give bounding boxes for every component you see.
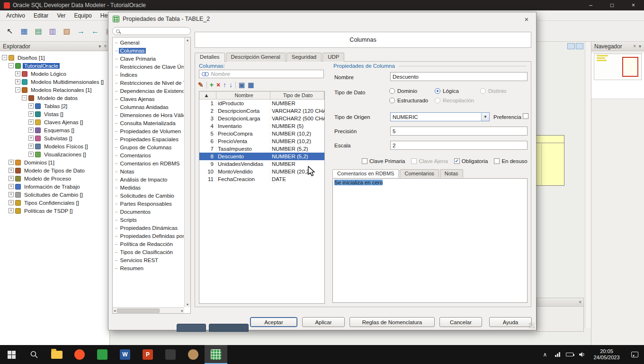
expand-toggle-icon[interactable]: +: [9, 168, 14, 173]
tab-udp[interactable]: UDP: [322, 53, 344, 62]
column-filter-input[interactable]: Nombre: [199, 70, 324, 78]
expand-toggle-icon[interactable]: +: [9, 208, 14, 213]
table-row[interactable]: 2DescripcionCortaVARCHAR2 (120 CHAR): [199, 107, 324, 115]
expand-toggle-icon[interactable]: +: [9, 200, 14, 205]
table-row[interactable]: 6PrecioVentaNUMBER (10,2): [199, 137, 324, 145]
category-item-comentarios-en-rdbms[interactable]: –Comentarios en RDBMS: [114, 159, 184, 167]
expand-toggle-icon[interactable]: +: [15, 79, 20, 84]
table-shape[interactable]: [532, 135, 564, 186]
thumbnail-viewport-rect[interactable]: [622, 57, 638, 77]
menu-equipo[interactable]: Equipo: [70, 11, 96, 20]
source-type-select[interactable]: NUMERIC ▼: [390, 112, 490, 121]
tree-item-modelo-de-datos[interactable]: −Modelo de datos: [0, 94, 109, 102]
background-dock-tab[interactable]: [177, 324, 206, 332]
battery-icon[interactable]: [564, 353, 576, 356]
engineer-forward-icon[interactable]: →: [75, 25, 87, 37]
filter-edit-icon[interactable]: ✎: [198, 82, 204, 88]
taskbar-word[interactable]: W: [114, 345, 136, 364]
expand-toggle-icon[interactable]: −: [15, 87, 20, 92]
category-item-comentarios[interactable]: –Comentarios: [114, 151, 184, 159]
table-row[interactable]: 1idProductoNUMBER: [199, 100, 324, 107]
category-item-servicios-rest[interactable]: –Servicios REST: [114, 256, 184, 264]
table-row[interactable]: 8DescuentoNUMBER (5,2): [199, 153, 324, 160]
category-item-analisis-de-impacto[interactable]: –Análisis de Impacto: [114, 175, 184, 183]
menu-archivo[interactable]: Archivo: [2, 11, 29, 20]
expand-toggle-icon[interactable]: +: [9, 192, 14, 197]
tree-item-modelo-logico[interactable]: +Modelo Lógico: [0, 70, 109, 78]
move-up-icon[interactable]: ↑: [223, 82, 226, 88]
category-item-partes-responsables[interactable]: –Partes Responsables: [114, 200, 184, 208]
taskbar-clock[interactable]: 20:05 24/05/2023: [588, 348, 625, 361]
taskbar-round-app[interactable]: [182, 345, 205, 364]
resize-grip[interactable]: [529, 323, 535, 328]
table-row[interactable]: 5PrecioCompraNUMBER (10,2): [199, 130, 324, 137]
taskbar-file-explorer[interactable]: [45, 345, 68, 364]
taskbar-data-modeler[interactable]: [205, 345, 227, 364]
view-icon[interactable]: ▤: [32, 25, 45, 37]
category-item-dependencias-de-existencia[interactable]: –Dependencias de Existencia: [114, 87, 184, 95]
tree-item-claves-ajenas[interactable]: +Claves Ajenas []: [0, 118, 109, 126]
paste-columns-icon[interactable]: ▦: [248, 82, 254, 88]
radio-estructurado[interactable]: Estructurado: [389, 96, 435, 105]
network-icon[interactable]: [551, 352, 564, 357]
diagram-window-buttons[interactable]: [567, 43, 583, 49]
start-button[interactable]: [0, 345, 23, 364]
split-view-icon[interactable]: ▥: [46, 25, 59, 37]
category-item-propiedades-espaciales[interactable]: –Propiedades Espaciales: [114, 135, 184, 143]
radio-logica[interactable]: Lógica: [435, 86, 480, 96]
menu-ver[interactable]: Ver: [53, 11, 70, 20]
expand-toggle-icon[interactable]: +: [28, 119, 34, 125]
tab-descripcion-general[interactable]: Descripción General: [226, 53, 286, 62]
expand-toggle-icon[interactable]: +: [28, 136, 34, 141]
taskbar-green-app[interactable]: [91, 345, 114, 364]
category-item-medidas[interactable]: –Medidas: [114, 183, 184, 191]
minimize-button[interactable]: –: [580, 0, 601, 10]
tree-item-politicas-de-tsdp[interactable]: +Políticas de TSDP []: [0, 207, 109, 215]
chevron-down-icon[interactable]: ▼: [481, 113, 489, 121]
tab-comentarios[interactable]: Comentarios: [400, 169, 438, 178]
menu-editar[interactable]: Editar: [29, 11, 53, 20]
table-icon[interactable]: ▦: [18, 25, 30, 37]
category-item-indices[interactable]: –Índices: [114, 71, 184, 79]
dialog-close-button[interactable]: ×: [521, 15, 532, 23]
aceptar-button[interactable]: Aceptar: [250, 317, 297, 327]
expand-toggle-icon[interactable]: +: [9, 160, 14, 165]
tree-item-modelo-de-tipos-de-dato[interactable]: +Modelo de Tipos de Dato: [0, 166, 109, 174]
expand-toggle-icon[interactable]: +: [28, 103, 34, 109]
table-row[interactable]: 10MontoVendidoNUMBER (20,2): [199, 168, 324, 175]
tree-item-solicitudes-de-cambio[interactable]: +Solicitudes de Cambio []: [0, 191, 109, 199]
taskbar-browser[interactable]: [68, 345, 91, 364]
expand-toggle-icon[interactable]: +: [28, 127, 34, 133]
maximize-button[interactable]: □: [601, 0, 623, 10]
taskbar-powerpoint[interactable]: P: [136, 345, 159, 364]
expand-toggle-icon[interactable]: +: [9, 176, 14, 181]
name-field[interactable]: [390, 72, 528, 81]
table-row[interactable]: 3DescripcionLargaVARCHAR2 (500 CHAR): [199, 115, 324, 122]
table-row[interactable]: 9UnidadesVendidasNUMBER: [199, 160, 324, 168]
tree-item-modelos-relacionales-1[interactable]: −Modelos Relacionales [1]: [0, 86, 109, 94]
hidden-icons-chevron-icon[interactable]: ∧: [539, 351, 551, 358]
aplicar-button[interactable]: Aplicar: [302, 317, 345, 327]
taskbar-dark-app[interactable]: [159, 345, 182, 364]
expand-toggle-icon[interactable]: −: [22, 95, 27, 100]
tab-detalles[interactable]: Detalles: [195, 53, 225, 62]
category-item-claves-ajenas[interactable]: –Claves Ajenas: [114, 95, 184, 103]
checkbox-en-desuso[interactable]: En desuso: [494, 158, 527, 164]
tree-item-dominios-1[interactable]: +Dominios [1]: [0, 158, 109, 166]
reglas-de-nomenclatura-button[interactable]: Reglas de Nomenclatura: [349, 317, 435, 327]
tab-notas[interactable]: Notas: [440, 169, 463, 178]
close-button[interactable]: ×: [623, 0, 644, 10]
navigator-close-icon[interactable]: ×: [633, 44, 636, 49]
tab-comentarios-en-rdbms[interactable]: Comentarios en RDBMS: [332, 169, 399, 178]
category-item-notas[interactable]: –Notas: [114, 167, 184, 175]
expand-toggle-icon[interactable]: −: [2, 55, 7, 60]
tree-item-modelos-multidimensionales[interactable]: +Modelos Multidimensionales []: [0, 78, 109, 86]
notification-center-button[interactable]: [625, 352, 644, 357]
category-item-tipos-de-clasificacion[interactable]: –Tipos de Clasificación: [114, 248, 184, 256]
category-item-dimensiones-de-hora-validas[interactable]: –Dimensiones de Hora Válidas: [114, 111, 184, 119]
category-item-restricciones-de-clave-unica[interactable]: –Restricciones de Clave Única: [114, 63, 184, 71]
scale-field[interactable]: [390, 141, 528, 150]
category-item-propiedades-definidas-por-el-us[interactable]: –Propiedades Definidas por el Us: [114, 232, 184, 240]
category-item-solicitudes-de-cambio[interactable]: –Solicitudes de Cambio: [114, 191, 184, 200]
category-item-scripts[interactable]: –Scripts: [114, 216, 184, 224]
